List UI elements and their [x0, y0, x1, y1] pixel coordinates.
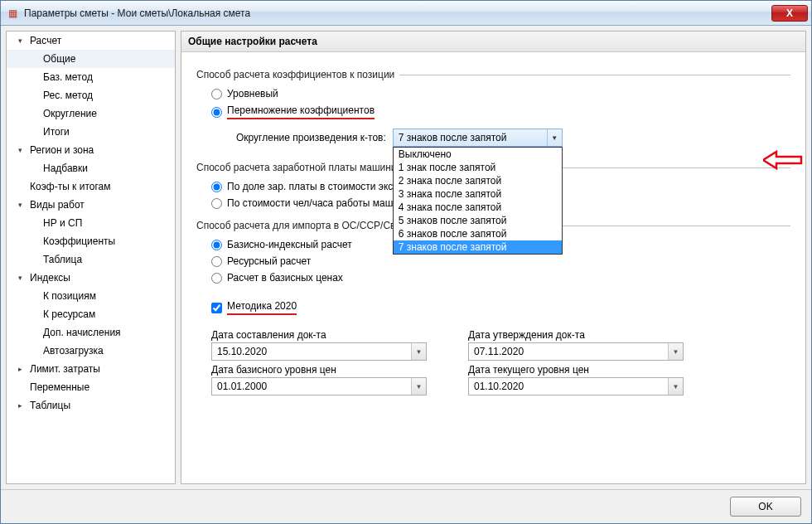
main-header: Общие настройки расчета	[181, 32, 805, 52]
combo-value: 7 знаков после запятой	[399, 132, 507, 143]
tree-item[interactable]: Коэффициенты	[7, 232, 175, 250]
dropdown-option[interactable]: Выключено	[394, 148, 562, 161]
tree-item[interactable]: Итоги	[7, 123, 175, 141]
tree-item[interactable]: ▸Таблицы	[7, 396, 175, 415]
ok-button[interactable]: OK	[730, 497, 801, 517]
tree-label: Коэф-ты к итогам	[30, 181, 110, 192]
date-input[interactable]: 07.11.2020 ▼	[468, 342, 684, 361]
radio-label: Перемножение коэффициентов	[227, 104, 375, 119]
dropdown-option[interactable]: 7 знаков после запятой	[394, 240, 562, 254]
tree-label: Таблица	[43, 254, 82, 265]
window-title: Параметры сметы - Мои сметы\Локальная см…	[24, 7, 771, 19]
chevron-down-icon: ▼	[411, 378, 426, 395]
radio-input[interactable]	[211, 89, 222, 99]
radio-label: Расчет в базисных ценах	[227, 272, 343, 284]
content-area: ▾Расчет Общие Баз. метод Рес. метод Окру…	[1, 26, 811, 489]
radio-input[interactable]	[211, 198, 222, 209]
titlebar: ▦ Параметры сметы - Мои сметы\Локальная …	[1, 1, 811, 26]
rounding-row: Округление произведения к-тов: 7 знаков …	[196, 122, 790, 153]
dropdown-option[interactable]: 1 знак после запятой	[394, 161, 562, 174]
dialog-window: ▦ Параметры сметы - Мои сметы\Локальная …	[0, 0, 812, 524]
tree-label: Расчет	[30, 35, 61, 46]
radio-input[interactable]	[211, 182, 222, 192]
tree-label: Итоги	[43, 126, 70, 138]
caret-right-icon: ▸	[18, 365, 30, 373]
tree-item[interactable]: ▾Виды работ	[7, 196, 175, 214]
radio-level[interactable]: Уровневый	[196, 85, 790, 102]
app-icon: ▦	[6, 7, 19, 20]
radio-multiply[interactable]: Перемножение коэффициентов	[196, 102, 790, 122]
tree-label: Баз. метод	[43, 71, 93, 83]
coef-method-group: Способ расчета коэффициентов к позиции У…	[196, 69, 790, 153]
tree-label: Индексы	[30, 272, 70, 284]
dropdown-option[interactable]: 5 знаков после запятой	[394, 214, 562, 227]
tree-label: Переменные	[30, 381, 89, 393]
tree-label: Лимит. затраты	[30, 363, 100, 375]
checkbox-label: Методика 2020	[227, 300, 297, 315]
tree-label: Общие	[43, 53, 75, 65]
group-legend: Способ расчета коэффициентов к позиции	[196, 69, 399, 80]
tree-label: Регион и зона	[30, 144, 94, 156]
date-value: 07.11.2020	[474, 346, 524, 357]
date-label: Дата текущего уровня цен	[468, 364, 684, 376]
dropdown-option[interactable]: 4 знака после запятой	[394, 201, 562, 214]
tree-label: НР и СП	[43, 217, 82, 229]
date-value: 01.01.2000	[217, 381, 267, 392]
tree-item[interactable]: Доп. начисления	[7, 323, 175, 342]
date-input[interactable]: 01.01.2000 ▼	[211, 377, 427, 395]
checkbox-input[interactable]	[211, 303, 222, 313]
dropdown-option[interactable]: 3 знака после запятой	[394, 187, 562, 201]
radio-import-baseprice[interactable]: Расчет в базисных ценах	[196, 269, 790, 286]
date-compose: Дата составления док-та 15.10.2020 ▼	[211, 329, 427, 361]
dialog-footer: OK	[1, 489, 811, 523]
caret-down-icon: ▾	[18, 201, 30, 209]
tree-item[interactable]: Таблица	[7, 250, 175, 269]
rounding-label: Округление произведения к-тов:	[236, 132, 386, 143]
tree-item[interactable]: К ресурсам	[7, 305, 175, 323]
rounding-dropdown[interactable]: Выключено 1 знак после запятой 2 знака п…	[393, 147, 563, 255]
tree-item[interactable]: Переменные	[7, 378, 175, 396]
tree-item[interactable]: ▾Регион и зона	[7, 141, 175, 159]
tree-label: Виды работ	[30, 199, 85, 211]
date-approve: Дата утверждения док-та 07.11.2020 ▼	[468, 329, 684, 361]
tree-item[interactable]: ▸Лимит. затраты	[7, 360, 175, 378]
dropdown-option[interactable]: 2 знака после запятой	[394, 174, 562, 187]
tree-item[interactable]: Общие	[7, 50, 175, 68]
caret-down-icon: ▾	[18, 146, 30, 154]
tree-label: Доп. начисления	[43, 327, 121, 338]
tree-item[interactable]: К позициям	[7, 287, 175, 305]
radio-label: По доле зар. платы в стоимости экспл	[227, 181, 404, 192]
date-input[interactable]: 01.10.2020 ▼	[468, 377, 684, 395]
rounding-combobox[interactable]: 7 знаков после запятой ▼	[393, 129, 563, 147]
chevron-down-icon: ▼	[668, 378, 683, 395]
date-value: 15.10.2020	[217, 346, 267, 357]
group-legend: Способ расчета заработной платы машинист…	[196, 162, 422, 173]
date-base: Дата базисного уровня цен 01.01.2000 ▼	[211, 364, 427, 395]
close-button[interactable]: X	[771, 5, 808, 22]
radio-input[interactable]	[211, 240, 222, 250]
radio-input[interactable]	[211, 256, 222, 267]
tree-item[interactable]: Рес. метод	[7, 86, 175, 104]
chevron-down-icon: ▼	[668, 343, 683, 360]
tree-item[interactable]: Коэф-ты к итогам	[7, 177, 175, 196]
tree-item[interactable]: ▾Индексы	[7, 269, 175, 287]
tree-item[interactable]: Баз. метод	[7, 68, 175, 86]
radio-import-resource[interactable]: Ресурсный расчет	[196, 253, 790, 269]
tree-label: К ресурсам	[43, 308, 95, 320]
tree-label: Таблицы	[30, 400, 70, 411]
tree-item[interactable]: НР и СП	[7, 214, 175, 232]
tree-item[interactable]: Надбавки	[7, 159, 175, 177]
dates-grid: Дата составления док-та 15.10.2020 ▼ Дат…	[196, 326, 790, 395]
date-input[interactable]: 15.10.2020 ▼	[211, 342, 427, 361]
method2020-checkbox[interactable]: Методика 2020	[196, 298, 790, 318]
tree-item[interactable]: ▾Расчет	[7, 32, 175, 50]
radio-input[interactable]	[211, 107, 222, 118]
chevron-down-icon: ▼	[547, 129, 562, 146]
radio-input[interactable]	[211, 273, 222, 284]
tree-item[interactable]: Округление	[7, 104, 175, 123]
nav-tree[interactable]: ▾Расчет Общие Баз. метод Рес. метод Окру…	[6, 31, 176, 484]
dropdown-option[interactable]: 6 знаков после запятой	[394, 227, 562, 240]
tree-label: Округление	[43, 108, 97, 119]
tree-item[interactable]: Автозагрузка	[7, 342, 175, 360]
date-label: Дата базисного уровня цен	[211, 364, 427, 376]
